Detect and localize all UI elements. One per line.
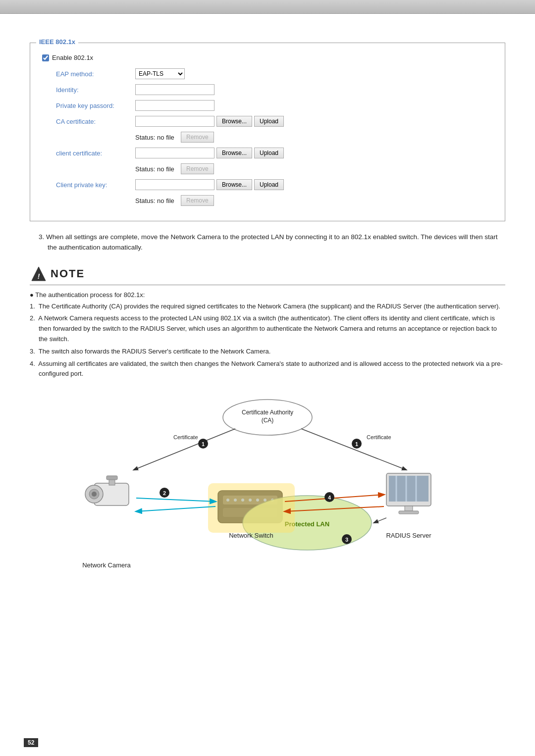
client-private-key-remove-button[interactable]: Remove bbox=[181, 195, 214, 206]
enable-802-1x-checkbox[interactable] bbox=[42, 54, 49, 61]
form-table: EAP method: EAP-TLS PEAP EAP-TTLS Identi… bbox=[56, 68, 363, 206]
page-number: 52 bbox=[24, 738, 38, 747]
svg-rect-38 bbox=[208, 483, 295, 533]
client-private-key-input[interactable] bbox=[135, 179, 214, 190]
note-item-4: 4. Assuming all certificates are validat… bbox=[30, 359, 505, 380]
step3-text: 3. When all settings are complete, move … bbox=[39, 232, 505, 253]
identity-label: Identity: bbox=[56, 86, 135, 94]
client-cert-label: client certificate: bbox=[56, 150, 135, 157]
ieee-box-title: IEEE 802.1x bbox=[36, 38, 78, 46]
private-key-input[interactable] bbox=[135, 100, 214, 111]
svg-rect-35 bbox=[399, 511, 419, 514]
client-private-key-row: Client private key: Browse... Upload bbox=[56, 179, 363, 190]
svg-text:4: 4 bbox=[328, 495, 331, 501]
eap-method-label: EAP method: bbox=[56, 70, 135, 78]
private-key-label: Private key passord: bbox=[56, 102, 135, 109]
ca-cert-status-value: Status: no file bbox=[135, 134, 175, 141]
note-item-1: 1. The Certificate Authority (CA) provid… bbox=[30, 302, 505, 312]
svg-text:Certificate: Certificate bbox=[367, 434, 391, 440]
ca-cert-row: CA certificate: Browse... Upload bbox=[56, 116, 363, 127]
svg-text:1: 1 bbox=[355, 441, 358, 447]
svg-line-40 bbox=[136, 506, 215, 511]
client-cert-browse-button[interactable]: Browse... bbox=[216, 148, 252, 158]
note-title: NOTE bbox=[51, 267, 85, 280]
svg-text:RADIUS Server: RADIUS Server bbox=[386, 532, 431, 539]
ieee-802-1x-box: IEEE 802.1x Enable 802.1x EAP method: EA… bbox=[30, 43, 505, 221]
svg-text:Network Camera: Network Camera bbox=[82, 561, 131, 569]
note-item-2: 2. A Network Camera requests access to t… bbox=[30, 313, 505, 344]
client-private-key-label: Client private key: bbox=[56, 181, 135, 189]
client-private-key-status-row: Status: no file Remove bbox=[56, 195, 363, 206]
client-cert-remove-button[interactable]: Remove bbox=[181, 163, 214, 174]
svg-text:Network Switch: Network Switch bbox=[229, 532, 273, 539]
identity-row: Identity: bbox=[56, 84, 363, 95]
note-item-3: 3. The switch also forwards the RADIUS S… bbox=[30, 347, 505, 357]
note-list: ● The authentication process for 802.1x:… bbox=[30, 290, 505, 379]
diagram-container: Certificate Authority (CA) 1 Certificate… bbox=[30, 389, 505, 577]
note-icon: ! bbox=[30, 265, 48, 283]
ca-cert-input[interactable] bbox=[135, 116, 214, 127]
svg-text:Certificate Authority: Certificate Authority bbox=[242, 409, 293, 416]
svg-text:2: 2 bbox=[163, 490, 166, 496]
client-cert-row: client certificate: Browse... Upload bbox=[56, 148, 363, 158]
identity-input[interactable] bbox=[135, 84, 214, 95]
client-cert-input[interactable] bbox=[135, 148, 214, 158]
client-cert-upload-button[interactable]: Upload bbox=[254, 148, 284, 158]
client-private-key-status-value: Status: no file bbox=[135, 197, 175, 204]
svg-text:Certificate: Certificate bbox=[173, 434, 198, 440]
private-key-row: Private key passord: bbox=[56, 100, 363, 111]
note-divider bbox=[30, 285, 505, 285]
diagram-svg: Certificate Authority (CA) 1 Certificate… bbox=[30, 389, 505, 577]
ca-cert-label: CA certificate: bbox=[56, 118, 135, 125]
eap-method-row: EAP method: EAP-TLS PEAP EAP-TTLS bbox=[56, 68, 363, 79]
eap-method-select[interactable]: EAP-TLS PEAP EAP-TTLS bbox=[135, 68, 185, 79]
svg-line-47 bbox=[374, 518, 386, 523]
client-private-key-upload-button[interactable]: Upload bbox=[254, 179, 284, 190]
ca-cert-remove-button[interactable]: Remove bbox=[181, 132, 214, 143]
svg-text:1: 1 bbox=[202, 441, 205, 447]
enable-row: Enable 802.1x bbox=[42, 54, 493, 61]
client-private-key-browse-button[interactable]: Browse... bbox=[216, 179, 252, 190]
svg-text:3: 3 bbox=[345, 537, 348, 543]
svg-rect-18 bbox=[107, 476, 117, 480]
svg-line-39 bbox=[136, 498, 215, 502]
svg-text:(CA): (CA) bbox=[262, 417, 274, 424]
enable-802-1x-label: Enable 802.1x bbox=[52, 54, 93, 61]
svg-rect-30 bbox=[389, 476, 428, 502]
ca-cert-upload-button[interactable]: Upload bbox=[254, 116, 284, 127]
svg-point-16 bbox=[92, 492, 97, 497]
top-bar bbox=[0, 0, 535, 14]
ca-cert-status-row: Status: no file Remove bbox=[56, 132, 363, 143]
step3-number: 3. bbox=[39, 233, 44, 241]
step3-content: When all settings are complete, move the… bbox=[46, 233, 497, 251]
note-header: ! NOTE bbox=[30, 265, 505, 283]
note-section: ! NOTE ● The authentication process for … bbox=[30, 265, 505, 379]
eap-method-select-wrapper: EAP-TLS PEAP EAP-TTLS bbox=[135, 68, 185, 79]
client-cert-status-value: Status: no file bbox=[135, 165, 175, 173]
svg-rect-34 bbox=[405, 506, 413, 511]
ca-cert-browse-button[interactable]: Browse... bbox=[216, 116, 252, 127]
client-cert-status-row: Status: no file Remove bbox=[56, 163, 363, 174]
note-bullet: ● The authentication process for 802.1x: bbox=[30, 290, 505, 301]
svg-text:!: ! bbox=[38, 272, 40, 280]
